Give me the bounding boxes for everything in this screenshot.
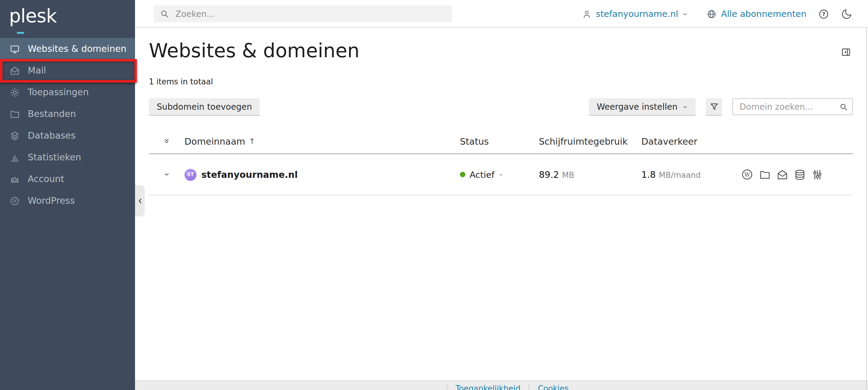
sidebar-item-label: Statistieken: [28, 152, 81, 163]
sidebar-nav: Websites & domeinen Mail Toepassingen Be…: [0, 38, 135, 212]
column-header-dataverkeer[interactable]: Dataverkeer: [641, 136, 741, 147]
expand-all-button[interactable]: [149, 138, 184, 145]
topbar: stefanyourname.nl Alle abonnementen ?: [135, 0, 868, 28]
dark-mode-toggle[interactable]: [841, 8, 852, 20]
domain-search: [733, 98, 853, 115]
disk-usage-value: 89.2: [539, 169, 559, 180]
sidebar-item-wordpress[interactable]: W WordPress: [0, 190, 135, 212]
status-dropdown[interactable]: Actief: [460, 170, 539, 179]
monitor-icon: [10, 44, 20, 54]
help-button[interactable]: ?: [818, 8, 830, 20]
traffic-value: 1.8: [641, 169, 656, 180]
column-label: Domeinnaam: [184, 136, 245, 147]
domain-link[interactable]: stefanyourname.nl: [201, 169, 298, 180]
footer-divider: [529, 384, 530, 390]
chevron-down-icon: [499, 172, 504, 177]
column-label: Schijfruimtegebruik: [539, 136, 628, 147]
status-badge: Actief: [470, 170, 495, 179]
mail-icon: [10, 65, 20, 76]
traffic-unit: MB/maand: [659, 170, 701, 179]
column-header-schijfruimtegebruik[interactable]: Schijfruimtegebruik: [539, 136, 641, 147]
sort-ascending-indicator: ↑: [249, 137, 255, 146]
add-subdomain-label: Subdomein toevoegen: [157, 102, 252, 112]
display-settings-button[interactable]: Weergave instellen: [589, 98, 695, 115]
sidebar-item-label: WordPress: [28, 195, 75, 206]
sidebar-item-label: Mail: [28, 65, 46, 76]
add-subdomain-button[interactable]: Subdomein toevoegen: [149, 98, 260, 115]
topbar-right: stefanyourname.nl Alle abonnementen ?: [581, 0, 852, 28]
sidebar-item-label: Toepassingen: [28, 87, 89, 98]
traffic-cell: 1.8 MB/maand: [641, 169, 741, 180]
sidebar-item-label: Account: [28, 174, 64, 184]
gear-icon: [10, 87, 20, 97]
user-icon: [581, 9, 592, 19]
user-menu[interactable]: stefanyourname.nl: [581, 9, 688, 19]
sidebar-item-account[interactable]: Account: [0, 168, 135, 190]
logo-underline: [17, 32, 24, 34]
items-total: 1 items in totaal: [149, 77, 853, 87]
database-icon: [794, 169, 806, 181]
disk-usage-unit: MB: [562, 170, 574, 179]
sidebar-item-websites-domeinen[interactable]: Websites & domeinen: [0, 38, 135, 60]
globe-icon: [707, 9, 717, 19]
user-name: stefanyourname.nl: [596, 9, 678, 19]
subscriptions-link[interactable]: Alle abonnementen: [707, 9, 807, 19]
collapse-panel-button[interactable]: [841, 47, 851, 57]
wordpress-action-button[interactable]: W: [741, 168, 753, 181]
folder-icon: [10, 109, 20, 119]
plesk-logo[interactable]: plesk: [9, 6, 57, 26]
collapse-panel-icon: [841, 47, 851, 57]
folder-icon: [759, 169, 771, 181]
domain-search-input[interactable]: [738, 101, 835, 112]
chevron-left-icon: [136, 197, 143, 205]
toolbar: Subdomein toevoegen Weergave instellen: [149, 98, 853, 115]
double-chevron-down-icon: [163, 138, 170, 145]
footer-divider: [446, 384, 447, 390]
column-label: Status: [460, 136, 489, 147]
wordpress-icon: W: [10, 196, 20, 206]
database-action-button[interactable]: [794, 169, 806, 181]
sidebar-item-bestanden[interactable]: Bestanden: [0, 103, 135, 125]
row-actions: W: [741, 168, 853, 181]
crown-icon: [10, 174, 20, 184]
cookies-link[interactable]: Cookies: [538, 384, 569, 390]
chevron-down-icon: [682, 11, 688, 17]
mail-action-button[interactable]: [776, 169, 788, 181]
svg-text:?: ?: [822, 10, 826, 17]
sidebar-item-statistieken[interactable]: Statistieken: [0, 147, 135, 168]
filter-icon: [709, 102, 719, 112]
sidebar-item-mail[interactable]: Mail: [0, 60, 135, 81]
page-title: Websites & domeinen: [149, 38, 360, 63]
files-action-button[interactable]: [759, 169, 771, 181]
sidebar-item-databases[interactable]: Databases: [0, 125, 135, 147]
chevron-down-icon: [682, 104, 688, 110]
sidebar-item-toepassingen[interactable]: Toepassingen: [0, 81, 135, 103]
filter-button[interactable]: [706, 98, 722, 115]
sidebar-collapse-handle[interactable]: [135, 185, 145, 216]
subscriptions-label: Alle abonnementen: [721, 9, 807, 19]
settings-action-button[interactable]: [811, 169, 824, 181]
bar-chart-icon: [10, 152, 20, 162]
domain-row: ST stefanyourname.nl Actief 89.2 MB 1.8: [149, 154, 853, 195]
footer: Toegankelijkheid Cookies: [135, 380, 868, 390]
search-icon: [839, 102, 848, 111]
disk-usage-cell: 89.2 MB: [539, 169, 641, 180]
table-header-row: Domeinnaam ↑ Status Schijfruimtegebruik …: [149, 129, 853, 154]
sidebar-item-label: Databases: [28, 130, 76, 141]
sidebar-item-label: Websites & domeinen: [28, 43, 127, 54]
sidebar: plesk Websites & domeinen Mail Toepas: [0, 0, 135, 390]
display-settings-label: Weergave instellen: [597, 102, 678, 112]
moon-icon: [841, 8, 852, 20]
plesk-app: plesk Websites & domeinen Mail Toepas: [0, 0, 868, 390]
column-header-domeinnaam[interactable]: Domeinnaam ↑: [184, 136, 460, 147]
domain-avatar: ST: [184, 169, 196, 181]
scrollbar-track-edge: [866, 28, 867, 390]
layers-icon: [10, 130, 20, 141]
column-header-status[interactable]: Status: [460, 136, 539, 147]
global-search-input[interactable]: [174, 8, 446, 19]
accessibility-link[interactable]: Toegankelijkheid: [456, 384, 520, 390]
column-label: Dataverkeer: [641, 136, 698, 147]
global-search: [154, 5, 452, 22]
row-expand-button[interactable]: [149, 171, 184, 178]
question-icon: ?: [818, 8, 830, 20]
